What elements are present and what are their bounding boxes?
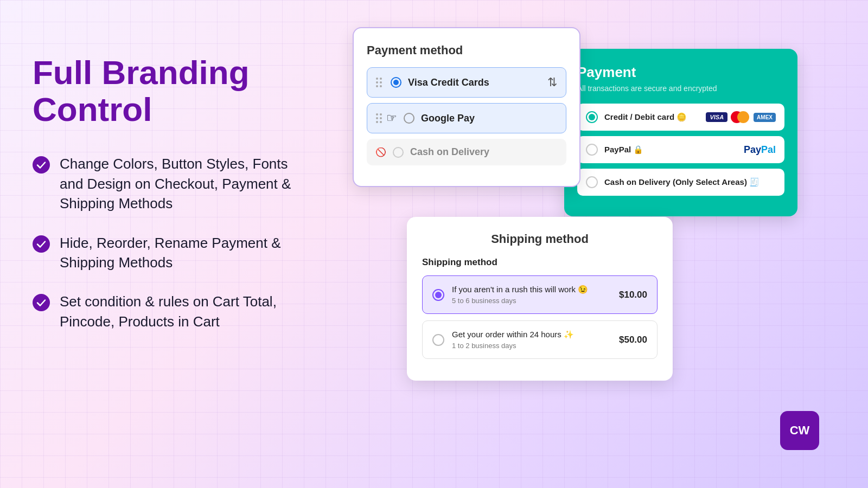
shipping-option-2-sub: 1 to 2 business days: [452, 342, 611, 350]
drag-handle-visa[interactable]: [376, 78, 382, 87]
svg-point-2: [33, 294, 50, 311]
mastercard-icon: [731, 111, 750, 123]
page-layout: Full Branding Control Change Colors, But…: [0, 0, 868, 488]
radio-cash-teal[interactable]: [586, 176, 598, 188]
payment-card: Payment All transactions are secure and …: [564, 49, 797, 216]
payment-card-subtitle: All transactions are secure and encrypte…: [577, 84, 784, 93]
feature-list: Change Colors, Button Styles, Fonts and …: [33, 154, 315, 331]
shipping-card-title: Shipping method: [422, 232, 658, 246]
radio-paypal[interactable]: [586, 144, 598, 156]
shipping-option-1-sub: 5 to 6 business days: [452, 297, 611, 305]
cw-logo: CW: [780, 411, 819, 450]
shipping-price-1: $10.00: [619, 290, 647, 300]
shipping-option-2-content: Get your order within 24 hours ✨ 1 to 2 …: [452, 330, 611, 350]
feature-item-1: Change Colors, Button Styles, Fonts and …: [33, 154, 315, 213]
shipping-section-label: Shipping method: [422, 257, 658, 268]
shipping-option-1-title: If you aren't in a rush this will work 😉: [452, 285, 611, 294]
right-panel: Payment method Visa Credit Cards ⇅: [336, 27, 835, 466]
left-panel: Full Branding Control Change Colors, But…: [33, 27, 315, 331]
radio-visa[interactable]: [391, 77, 401, 88]
feature-item-3: Set condition & rules on Cart Total, Pin…: [33, 292, 315, 331]
check-icon-1: [33, 156, 50, 174]
check-icon-2: [33, 235, 50, 253]
shipping-option-2-title: Get your order within 24 hours ✨: [452, 330, 611, 339]
credit-card-option[interactable]: Credit / Debit card 🪙 VISA AMEX: [577, 104, 784, 131]
shipping-option-2[interactable]: Get your order within 24 hours ✨ 1 to 2 …: [422, 320, 658, 359]
google-pay-option[interactable]: ☞ Google Pay: [367, 103, 566, 133]
amex-icon: AMEX: [754, 113, 776, 122]
shipping-card: Shipping method Shipping method If you a…: [407, 217, 673, 381]
radio-shipping-1[interactable]: [432, 289, 444, 301]
feature-text-3: Set condition & rules on Cart Total, Pin…: [60, 292, 315, 331]
payment-method-card: Payment method Visa Credit Cards ⇅: [353, 27, 580, 187]
shipping-option-1[interactable]: If you aren't in a rush this will work 😉…: [422, 275, 658, 314]
shipping-option-1-content: If you aren't in a rush this will work 😉…: [452, 285, 611, 305]
feature-text-2: Hide, Reorder, Rename Payment & Shipping…: [60, 233, 315, 273]
visa-label: Visa Credit Cards: [408, 77, 489, 88]
paypal-logo: PayPal: [744, 144, 776, 156]
cash-delivery-label: Cash on Delivery (Only Select Areas) 🧾: [604, 177, 760, 187]
credit-label: Credit / Debit card 🪙: [604, 112, 687, 122]
paypal-label: PayPal 🔒: [604, 145, 643, 155]
radio-cash[interactable]: [393, 147, 404, 158]
visa-icon: VISA: [706, 112, 727, 122]
cash-option[interactable]: 🚫 Cash on Delivery: [367, 139, 566, 165]
googlepay-label: Google Pay: [421, 113, 475, 124]
check-icon-3: [33, 294, 50, 311]
card-brand-icons: VISA AMEX: [706, 111, 776, 123]
svg-point-1: [33, 235, 50, 253]
payment-card-title: Payment: [577, 64, 784, 81]
paypal-option[interactable]: PayPal 🔒 PayPal: [577, 136, 784, 163]
cursor-icon: ☞: [386, 111, 397, 125]
svg-point-0: [33, 156, 50, 174]
page-title: Full Branding Control: [33, 54, 315, 128]
visa-option[interactable]: Visa Credit Cards ⇅: [367, 67, 566, 98]
reorder-arrows-icon: ⇅: [547, 75, 557, 89]
cash-delivery-option[interactable]: Cash on Delivery (Only Select Areas) 🧾: [577, 169, 784, 196]
cash-label: Cash on Delivery: [410, 146, 489, 158]
feature-item-2: Hide, Reorder, Rename Payment & Shipping…: [33, 233, 315, 273]
feature-text-1: Change Colors, Button Styles, Fonts and …: [60, 154, 315, 213]
drag-handle-googlepay[interactable]: [376, 113, 382, 123]
radio-shipping-2[interactable]: [432, 334, 444, 346]
eye-slash-icon: 🚫: [375, 147, 386, 157]
shipping-price-2: $50.00: [619, 335, 647, 345]
radio-googlepay[interactable]: [404, 113, 414, 124]
radio-credit[interactable]: [586, 111, 598, 123]
payment-method-title: Payment method: [367, 43, 566, 57]
